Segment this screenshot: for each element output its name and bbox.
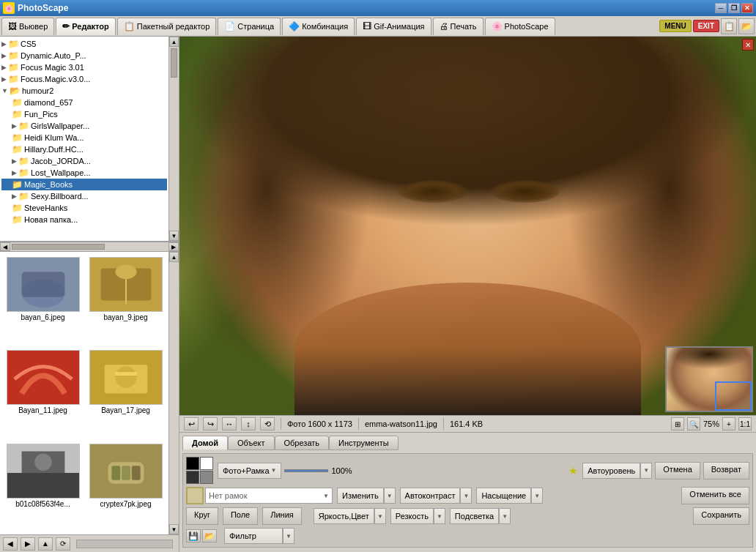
nav-location-bar[interactable] xyxy=(76,540,173,548)
filter-dropdown[interactable]: ▼ xyxy=(283,528,294,544)
brightness-button[interactable]: Яркость,Цвет xyxy=(314,508,374,524)
photo-frame-dropdown[interactable]: Фото+Рамка ▼ xyxy=(218,463,281,479)
exit-button[interactable]: EXIT xyxy=(693,20,719,32)
open-folder-btn[interactable]: 📂 xyxy=(202,529,217,542)
tab-editor[interactable]: ✏ Редактор xyxy=(56,18,115,35)
autocontrast-button[interactable]: Автоконтраст xyxy=(400,488,461,504)
change-dropdown[interactable]: ▼ xyxy=(384,488,396,504)
thumb-bayan6[interactable]: bayan_6.jpeg xyxy=(1,253,84,346)
tree-item-newdir[interactable]: 📁 Новая папка... xyxy=(1,214,167,225)
tree-item-cs5[interactable]: ▶ 📁 CS5 xyxy=(1,38,167,50)
tab-object[interactable]: Объект xyxy=(228,436,274,450)
close-preview-button[interactable]: ✕ xyxy=(742,39,754,51)
tree-item-dynamic[interactable]: ▶ 📁 Dynamic.Auto_P... xyxy=(1,50,167,61)
filter-button[interactable]: Фильтр xyxy=(224,528,283,544)
zoom-fit-button[interactable]: ⊞ xyxy=(671,417,684,430)
tab-crop[interactable]: Обрезать xyxy=(275,436,330,450)
tree-item-magicbooks[interactable]: 📁 Magic_Books xyxy=(1,179,167,190)
brightness-dropdown[interactable]: ▼ xyxy=(374,508,386,524)
menu-button[interactable]: MENU xyxy=(659,20,691,32)
undo-button[interactable]: ↩ xyxy=(184,417,199,430)
scroll-up-arrow[interactable]: ▲ xyxy=(169,37,179,47)
scroll-left-arrow[interactable]: ◀ xyxy=(0,242,10,251)
tab-combine[interactable]: 🔷 Комбинация xyxy=(282,18,355,35)
nav-up-button[interactable]: ▲ xyxy=(38,537,53,551)
saturation-button[interactable]: Насыщение xyxy=(476,488,531,504)
scroll-right-arrow[interactable]: ▶ xyxy=(168,242,179,251)
flip-h-button[interactable]: ↔ xyxy=(222,417,237,430)
scroll-thumb[interactable] xyxy=(171,48,177,78)
tab-batch[interactable]: 📋 Пакетный редактор xyxy=(117,18,217,35)
save-button[interactable]: Сохранить xyxy=(693,507,749,525)
favorite-button[interactable]: ★ xyxy=(568,465,578,477)
tab-photoscape[interactable]: 🌸 PhotoScape xyxy=(485,18,555,35)
field-button[interactable]: Поле xyxy=(223,507,258,525)
tree-item-hillary[interactable]: 📁 Hillary.Duff.HC... xyxy=(1,143,167,155)
tab-page[interactable]: 📄 Страница xyxy=(218,18,281,35)
tree-item-lost[interactable]: ▶ 📁 Lost_Wallpape... xyxy=(1,167,167,179)
zoom-actual-button[interactable]: 1:1 xyxy=(738,417,752,430)
circle-button[interactable]: Круг xyxy=(186,507,218,525)
thumb-bayan11[interactable]: Bayan_11.jpeg xyxy=(1,346,84,439)
scroll-down-arrow[interactable]: ▼ xyxy=(169,231,179,241)
tree-item-focus2[interactable]: ▶ 📁 Focus.Magic.v3.0... xyxy=(1,73,167,85)
flip-v-button[interactable]: ↕ xyxy=(241,417,256,430)
change-button[interactable]: Изменить xyxy=(337,488,384,504)
tab-tools[interactable]: Инструменты xyxy=(329,436,399,450)
thumb-scroll-down[interactable]: ▼ xyxy=(169,524,179,534)
zoom-out-button[interactable]: 🔍 xyxy=(687,417,700,430)
saturation-dropdown[interactable]: ▼ xyxy=(531,488,543,504)
tab-home[interactable]: Домой xyxy=(182,436,228,450)
redo-button[interactable]: ↪ xyxy=(203,417,218,430)
cancel-all-button[interactable]: Отменить все xyxy=(681,487,749,504)
tab-viewer[interactable]: 🖼 Вьювер xyxy=(1,18,54,35)
tree-item-diamond[interactable]: 📁 diamond_657 xyxy=(1,97,167,108)
h-scroll-thumb[interactable] xyxy=(12,244,105,250)
tab-print[interactable]: 🖨 Печать xyxy=(433,18,483,35)
nav-back-button[interactable]: ◀ xyxy=(3,537,18,551)
color-gray-btn[interactable] xyxy=(200,471,213,484)
thumb-bayan9[interactable]: bayan_9.jpeg xyxy=(84,253,167,346)
highlight-button[interactable]: Подсветка xyxy=(450,508,499,524)
frame-dropdown[interactable]: Нет рамок ▼ xyxy=(205,488,333,504)
nav-forward-button[interactable]: ▶ xyxy=(21,537,35,551)
tab-gif[interactable]: 🎞 Gif-Анимация xyxy=(356,18,431,35)
close-button[interactable]: ✕ xyxy=(741,3,753,13)
redo-action-button[interactable]: Возврат xyxy=(703,462,749,480)
sharpness-dropdown[interactable]: ▼ xyxy=(434,508,445,524)
tree-item-focus1[interactable]: ▶ 📁 Focus Magic 3.01 xyxy=(1,61,167,73)
opacity-slider[interactable] xyxy=(284,469,328,472)
thumb-scrollbar[interactable]: ▲ ▼ xyxy=(168,252,179,534)
restore-button[interactable]: ❐ xyxy=(728,3,740,13)
color-black-btn[interactable] xyxy=(186,457,199,470)
cancel-button[interactable]: Отмена xyxy=(655,462,700,480)
minimize-button[interactable]: ─ xyxy=(715,3,727,13)
color-white-btn[interactable] xyxy=(200,457,213,470)
toolbar-icon-btn1[interactable]: 📋 xyxy=(721,18,737,34)
color-dark-btn[interactable] xyxy=(186,471,199,484)
thumb-cryptex[interactable]: cryptex7pk.jpeg xyxy=(84,440,167,533)
tree-item-humour2[interactable]: ▼ 📂 humour2 xyxy=(1,85,167,97)
thumb-bayan17[interactable]: Bayan_17.jpeg xyxy=(84,346,167,439)
save-file-btn[interactable]: 💾 xyxy=(186,529,201,542)
tree-scrollbar[interactable]: ▲ ▼ xyxy=(168,37,179,241)
highlight-dropdown[interactable]: ▼ xyxy=(499,508,511,524)
rotate-button[interactable]: ⟲ xyxy=(260,417,275,430)
autocontrast-dropdown[interactable]: ▼ xyxy=(460,488,472,504)
toolbar-icon-btn2[interactable]: 📂 xyxy=(738,18,755,34)
thumb-b01[interactable]: b01c08f563f4e... xyxy=(1,440,84,533)
line-button[interactable]: Линия xyxy=(262,507,302,525)
thumb-scroll-up[interactable]: ▲ xyxy=(169,252,179,262)
h-scrollbar[interactable]: ◀ ▶ xyxy=(0,242,179,252)
tree-item-funpics[interactable]: 📁 Fun_Pics xyxy=(1,108,167,120)
tree-item-girls[interactable]: ▶ 📁 GirlsWallpaper... xyxy=(1,120,167,132)
zoom-in-button[interactable]: + xyxy=(722,417,735,430)
sharpness-button[interactable]: Резкость xyxy=(390,508,434,524)
autolevel-button[interactable]: Автоуровень xyxy=(582,463,640,479)
tree-item-sexy[interactable]: ▶ 📁 Sexy.Billboard... xyxy=(1,190,167,202)
nav-refresh-button[interactable]: ⟳ xyxy=(56,537,70,551)
tree-item-jacob[interactable]: ▶ 📁 Jacob_JORDA... xyxy=(1,155,167,167)
tree-item-heidi[interactable]: 📁 Heidi Klum Wa... xyxy=(1,132,167,143)
tree-item-steve[interactable]: 📁 SteveHanks xyxy=(1,202,167,214)
autolevel-dropdown[interactable]: ▼ xyxy=(640,463,652,479)
